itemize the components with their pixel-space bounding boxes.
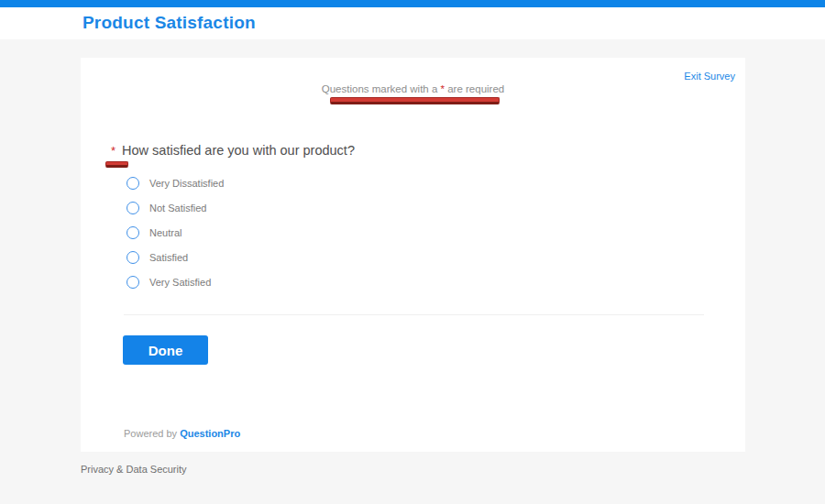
option-row-satisfied[interactable]: Satisfied [126, 245, 224, 269]
top-accent-bar [0, 0, 825, 7]
powered-by-prefix: Powered by [124, 428, 180, 439]
privacy-data-security-link[interactable]: Privacy & Data Security [81, 464, 187, 475]
option-row-not-satisfied[interactable]: Not Satisfied [126, 195, 224, 220]
option-row-very-satisfied[interactable]: Very Satisfied [126, 269, 224, 294]
required-note-after: are required [445, 83, 504, 94]
annotation-underline-question-star [105, 161, 128, 168]
option-label[interactable]: Very Dissatisfied [149, 178, 224, 189]
option-label[interactable]: Satisfied [149, 252, 188, 263]
radio-button-icon[interactable] [126, 177, 139, 190]
option-label[interactable]: Neutral [149, 227, 182, 238]
page-title: Product Satisfaction [82, 7, 256, 38]
page: Product Satisfaction Exit Survey Questio… [0, 0, 825, 504]
question-text: How satisfied are you with our product? [122, 143, 355, 158]
radio-button-icon[interactable] [126, 202, 139, 214]
questionpro-link[interactable]: QuestionPro [180, 428, 240, 439]
annotation-underline-required-note [330, 97, 500, 104]
radio-button-icon[interactable] [126, 226, 139, 239]
option-label[interactable]: Very Satisfied [149, 277, 211, 288]
powered-by: Powered by QuestionPro [124, 428, 240, 439]
option-row-very-dissatisfied[interactable]: Very Dissatisfied [126, 170, 224, 195]
survey-card: Exit Survey Questions marked with a * ar… [81, 58, 745, 452]
header: Product Satisfaction [0, 7, 825, 39]
question: *How satisfied are you with our product? [111, 143, 355, 158]
done-button[interactable]: Done [123, 335, 208, 365]
answer-options: Very Dissatisfied Not Satisfied Neutral … [126, 170, 224, 294]
exit-survey-link[interactable]: Exit Survey [684, 71, 735, 82]
question-required-asterisk: * [111, 144, 116, 158]
option-label[interactable]: Not Satisfied [149, 203, 206, 214]
required-note: Questions marked with a * are required [81, 83, 745, 94]
section-divider [124, 314, 704, 315]
radio-button-icon[interactable] [126, 251, 139, 264]
radio-button-icon[interactable] [126, 276, 139, 289]
option-row-neutral[interactable]: Neutral [126, 220, 224, 245]
required-note-before: Questions marked with a [322, 83, 441, 94]
